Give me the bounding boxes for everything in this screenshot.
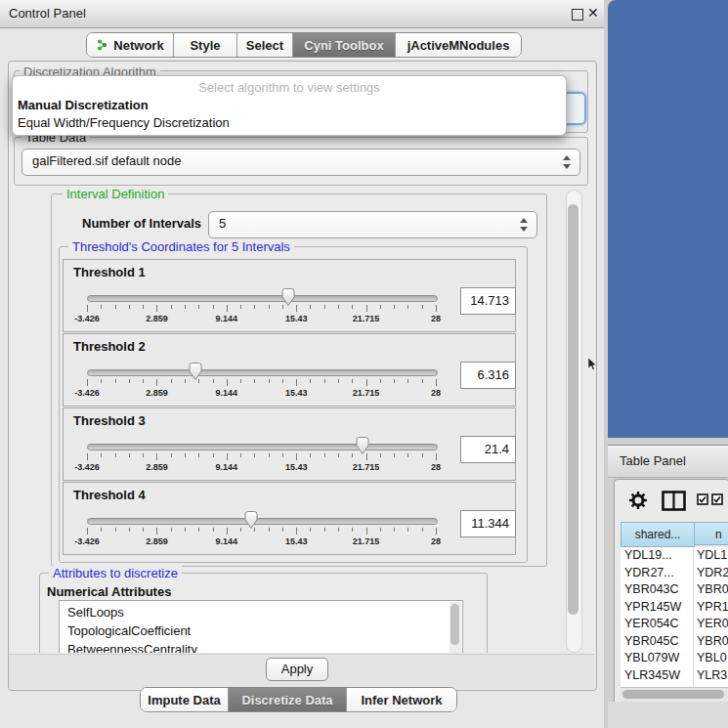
slider-tick (338, 528, 339, 532)
slider-tick (254, 453, 255, 457)
slider-track[interactable] (87, 444, 438, 450)
float-window-icon[interactable] (572, 9, 583, 21)
table-row[interactable]: YBR043CYBR0 (621, 581, 728, 599)
slider-thumb[interactable] (280, 287, 296, 307)
numerical-attributes-list[interactable]: SelfLoopsTopologicalCoefficientBetweenne… (59, 600, 463, 653)
table-row[interactable]: YDR27...YDR2 (621, 565, 728, 582)
slider-tick (129, 453, 130, 457)
slider-tick (156, 453, 157, 460)
column-header-name[interactable]: n (694, 522, 728, 545)
slider-tick-label: 21.715 (353, 536, 380, 546)
slider-tick (87, 528, 88, 535)
table-row[interactable]: YER054CYER0 (621, 616, 728, 633)
slider-tick (185, 528, 186, 532)
slider-tick-label: 21.715 (353, 314, 380, 323)
slider-tick (422, 305, 423, 309)
slider-tick (407, 528, 408, 532)
list-scrollbar-track[interactable] (450, 602, 461, 653)
table-data-combobox[interactable]: galFiltered.sif default node (21, 149, 580, 176)
control-panel-titlebar: Control Panel ✕ (0, 0, 604, 28)
slider-tick (310, 305, 311, 309)
tab-style[interactable]: Style (174, 33, 237, 57)
threshold-value-field[interactable]: 21.4 (460, 436, 516, 463)
close-icon[interactable]: ✕ (587, 5, 599, 21)
viewport-scrollbar-track[interactable] (566, 190, 582, 653)
slider-tick (87, 453, 88, 460)
table-row[interactable]: YBR045CYBR0 (621, 633, 728, 651)
column-header-shared-name[interactable]: shared... (621, 522, 695, 547)
dropdown-placeholder[interactable]: Select algorithm to view settings (13, 80, 566, 95)
panel-title: Control Panel (9, 6, 86, 21)
table-hscrollbar-track[interactable] (621, 687, 728, 702)
slider-tick (296, 453, 297, 460)
slider-tick (422, 453, 423, 457)
slider-tick (115, 379, 116, 383)
viewport-scrollbar-thumb[interactable] (568, 204, 578, 615)
cell-name: YPR1 (697, 599, 728, 617)
threshold-value-field[interactable]: 6.316 (460, 362, 516, 389)
slider-tick (227, 305, 228, 312)
slider-tick (101, 528, 102, 532)
table-row[interactable]: YLR345WYLR3 (621, 667, 728, 685)
table-row[interactable]: YDL19...YDL1 (621, 547, 728, 565)
slider-tick (310, 453, 311, 457)
table-row[interactable]: YBL079WYBL0 (621, 650, 728, 667)
slider-tick (366, 379, 367, 386)
table-hscrollbar-thumb[interactable] (622, 690, 724, 699)
table-body[interactable]: YDL19...YDL1YDR27...YDR2YBR043CYBR0YPR14… (621, 547, 728, 687)
attribute-item[interactable]: TopologicalCoefficient (67, 621, 191, 640)
tab-network[interactable]: Network (87, 33, 174, 57)
bottom-tab-discretize-data[interactable]: Discretize Data (229, 688, 347, 711)
checkbox-checked-icon[interactable] (697, 493, 708, 505)
slider-tick (115, 453, 116, 457)
slider-tick (422, 528, 423, 532)
slider-thumb[interactable] (355, 436, 370, 455)
tab-jactivemnodules[interactable]: jActiveMNodules (396, 33, 521, 57)
slider-track[interactable] (87, 518, 438, 525)
bottom-tab-label: Discretize Data (241, 693, 332, 707)
list-scrollbar-thumb[interactable] (450, 604, 459, 645)
attribute-item[interactable]: BetweennessCentrality (67, 640, 197, 653)
slider-thumb[interactable] (243, 510, 259, 530)
apply-button[interactable]: Apply (266, 658, 328, 681)
split-view-icon[interactable] (662, 491, 686, 511)
tab-cyni-toolbox[interactable]: Cyni Toolbox (293, 33, 396, 57)
cell-shared-name: YDR27... (624, 565, 674, 582)
bottom-tab-infer-network[interactable]: Infer Network (347, 688, 456, 711)
checkbox-checked-icon[interactable] (711, 493, 723, 505)
slider-tick (171, 528, 172, 532)
threshold-label: Threshold 3 (73, 413, 146, 428)
tab-select[interactable]: Select (237, 33, 293, 57)
attribute-item[interactable]: SelfLoops (67, 603, 124, 621)
slider-tick (185, 305, 186, 309)
slider-tick (198, 305, 199, 309)
slider-tick (87, 305, 88, 312)
dropdown-option-equal-width[interactable]: Equal Width/Frequency Discretization (17, 115, 562, 130)
slider-tick (380, 379, 381, 383)
cell-shared-name: YDL19... (624, 547, 672, 565)
table-panel-window: shared... n YDL19...YDL1YDR27...YDR2YBR0… (614, 479, 728, 704)
slider-tick (282, 379, 283, 383)
bottom-tab-impute-data[interactable]: Impute Data (141, 688, 229, 711)
number-of-intervals-combobox[interactable]: 5 (208, 211, 537, 238)
slider-tick (394, 379, 395, 383)
slider-tick (254, 305, 255, 309)
slider-track[interactable] (87, 295, 438, 302)
gear-icon[interactable] (627, 490, 649, 511)
slider-thumb[interactable] (188, 362, 203, 381)
slider-tick (436, 305, 437, 312)
slider-tick (436, 528, 437, 535)
bottom-tab-label: Impute Data (148, 693, 220, 707)
slider-tick (227, 528, 228, 535)
threshold-value-field[interactable]: 14.713 (460, 287, 516, 315)
threshold-value-field[interactable]: 11.344 (460, 510, 516, 537)
dropdown-option-manual[interactable]: Manual Discretization (17, 98, 562, 112)
network-view-window: GAL80GACGAL11GAL4GCY1HHAP2 (608, 0, 728, 438)
slider-tick (156, 305, 157, 312)
slider-tick (227, 453, 228, 460)
table-row[interactable]: YPR145WYPR1 (621, 599, 728, 617)
slider-tick (143, 305, 144, 309)
slider-track[interactable] (87, 369, 438, 376)
threshold-label: Threshold 1 (73, 265, 146, 279)
slider-tick (282, 453, 283, 457)
